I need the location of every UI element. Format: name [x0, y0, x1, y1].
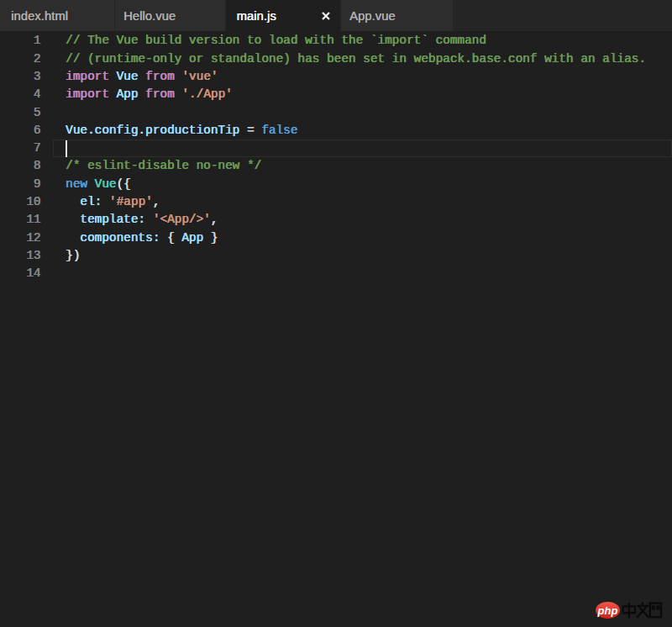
svg-text:php: php [597, 604, 618, 617]
